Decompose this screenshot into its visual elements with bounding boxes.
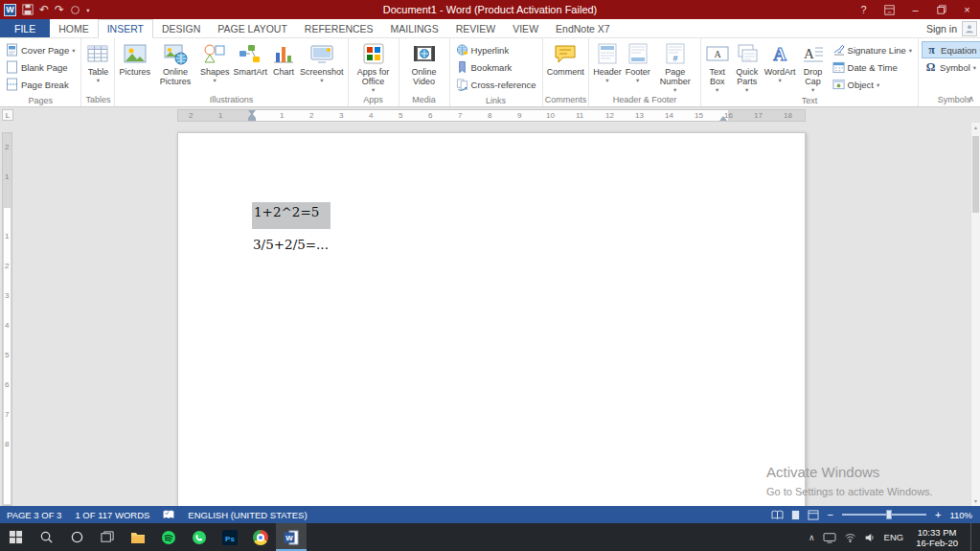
read-mode-button[interactable] [771,510,784,520]
bookmark-button[interactable]: Bookmark [453,58,539,76]
undo-icon[interactable]: ↶ [39,4,49,15]
cover-page-button[interactable]: Cover Page ▾ [3,41,78,58]
task-view-button[interactable] [92,523,123,551]
proofing-status[interactable] [156,506,181,523]
tab-home[interactable]: HOME [50,19,98,37]
help-button[interactable]: ? [851,0,877,19]
scroll-down-icon[interactable]: ▾ [971,496,980,506]
shapes-button[interactable]: Shapes ▾ [198,39,232,94]
restore-button[interactable] [928,0,954,19]
ribbon-insert: Cover Page ▾ Blank Page Page Break Pages [0,38,980,107]
ruler-row: L 2 1 1 2 3 4 5 6 7 8 9 10 11 12 13 14 1… [0,107,980,123]
tab-endnote[interactable]: EndNote X7 [547,19,619,37]
page-break-button[interactable]: Page Break [3,76,78,93]
chart-button[interactable]: Chart [269,39,298,94]
tab-selector[interactable]: L [2,109,13,121]
tab-file[interactable]: FILE [0,19,50,37]
zoom-out-button[interactable]: − [826,509,835,520]
qat-customize-icon[interactable]: ▾ [86,7,89,13]
equation-button[interactable]: π Equation ▾ [922,41,980,58]
language-tray-indicator[interactable]: ENG [884,532,904,542]
object-button[interactable]: Object ▾ [830,76,916,93]
spotify-button[interactable] [153,523,184,551]
footer-button[interactable]: Footer ▾ [624,39,652,94]
touch-mode-icon[interactable] [70,5,80,15]
show-desktop-button[interactable] [970,523,975,551]
word-count[interactable]: 1 OF 117 WORDS [68,506,156,523]
online-pictures-button[interactable]: Online Pictures [152,39,198,94]
vertical-ruler[interactable]: 2 1 1 2 3 4 5 6 7 8 [2,123,12,506]
hyperlink-button[interactable]: Hyperlink [453,41,539,58]
redo-icon[interactable]: ↷ [55,4,64,15]
zoom-in-button[interactable]: + [933,509,943,520]
word-logo-icon[interactable]: W [4,4,16,16]
scrollbar-thumb[interactable] [972,136,979,213]
selected-equation-text[interactable]: 1+2^2=5 [252,202,330,229]
save-icon[interactable] [22,4,34,15]
wordart-button[interactable]: A WordArt ▾ [763,39,798,95]
smartart-button[interactable]: SmartArt [231,39,269,94]
right-indent-marker[interactable] [719,116,727,121]
volume-tray-icon[interactable] [864,532,877,543]
start-button[interactable] [0,523,31,551]
apps-for-office-button[interactable]: Apps for Office ▾ [351,39,397,94]
tab-design[interactable]: DESIGN [153,19,209,37]
print-layout-button[interactable] [790,510,801,520]
web-layout-button[interactable] [808,510,819,520]
horizontal-ruler[interactable]: 2 1 1 2 3 4 5 6 7 8 9 10 11 12 13 14 15 … [177,109,806,122]
table-button[interactable]: Table ▾ [83,39,112,94]
ribbon-display-options-button[interactable] [877,0,902,19]
tab-insert[interactable]: INSERT [98,19,153,38]
blank-page-button[interactable]: Blank Page [3,58,78,76]
language-indicator[interactable]: ENGLISH (UNITED STATES) [181,506,313,523]
fraction-text-line[interactable]: 3/5+2/5=... [253,237,329,252]
left-indent-marker[interactable] [248,118,256,121]
tab-view[interactable]: VIEW [504,19,547,37]
chrome-button[interactable] [245,523,276,551]
word-taskbar-button[interactable]: W [276,523,307,551]
cross-reference-button[interactable]: Cross-reference [453,76,539,93]
date-time-button[interactable]: Date & Time [830,58,916,76]
network-tray-icon[interactable] [844,532,856,543]
header-button[interactable]: Header ▾ [591,39,624,94]
zoom-slider-thumb[interactable] [886,510,892,519]
page-indicator[interactable]: PAGE 3 OF 3 [0,506,68,523]
comment-button[interactable]: Comment [545,39,586,94]
quick-parts-button[interactable]: Quick Parts ▾ [732,39,763,95]
display-tray-icon[interactable] [823,532,836,543]
tab-page-layout[interactable]: PAGE LAYOUT [209,19,296,37]
ruler-mark: 14 [665,111,673,120]
drop-cap-button[interactable]: A Drop Cap ▾ [798,39,829,95]
whatsapp-button[interactable] [184,523,215,551]
photoshop-button[interactable]: Ps [215,523,245,551]
close-button[interactable]: × [954,0,980,19]
taskbar-clock[interactable]: 10:33 PM 16-Feb-20 [911,527,963,548]
header-footer-group-label: Header & Footer [591,94,698,106]
screenshot-button[interactable]: Screenshot ▾ [298,39,346,94]
cortana-button[interactable] [61,523,92,551]
hidden-icons-chevron[interactable]: ∧ [809,533,815,542]
minimize-button[interactable]: – [902,0,928,19]
collapse-ribbon-button[interactable]: ∧ [968,94,974,103]
text-box-button[interactable]: A Text Box ▾ [703,39,732,95]
quick-access-toolbar: W ↶ ↷ ▾ [0,4,89,16]
search-button[interactable] [31,523,61,551]
pictures-button[interactable]: Pictures [117,39,152,94]
svg-text:#: # [672,54,677,63]
zoom-level[interactable]: 110% [949,510,972,520]
tab-review[interactable]: REVIEW [447,19,504,37]
signature-line-button[interactable]: Signature Line ▾ [830,41,916,58]
scroll-up-icon[interactable]: ▴ [971,123,980,132]
tab-mailings[interactable]: MAILINGS [382,19,447,37]
vertical-scrollbar[interactable]: ▴ ▾ [970,123,980,506]
document-page[interactable]: 1+2^2=5 3/5+2/5=... [177,132,806,506]
file-explorer-button[interactable] [123,523,153,551]
symbol-button[interactable]: Ω Symbol ▾ [922,58,980,76]
online-video-button[interactable]: Online Video [401,39,447,94]
equation-label: Equation [941,45,977,56]
page-number-button[interactable]: # Page Number ▾ [652,39,698,94]
zoom-slider[interactable] [842,514,926,516]
document-area: 2 1 1 2 3 4 5 6 7 8 1+2^2=5 3/5+2/5=... … [0,123,980,506]
sign-in-button[interactable]: Sign in [926,19,980,37]
tab-references[interactable]: REFERENCES [296,19,382,37]
